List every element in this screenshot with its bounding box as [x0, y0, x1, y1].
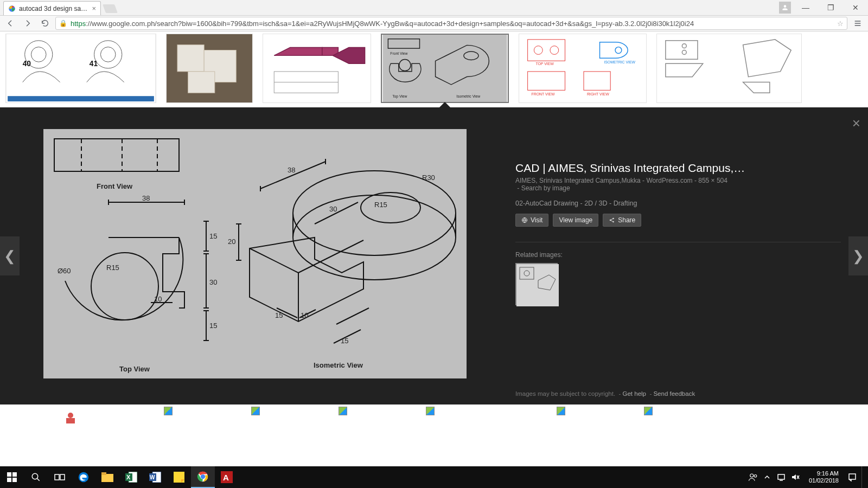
svg-text:Isometric View: Isometric View — [456, 94, 480, 98]
related-images-label: Related images: — [515, 251, 841, 259]
svg-rect-77 — [60, 474, 65, 480]
cortana-search-icon[interactable] — [24, 466, 48, 488]
search-by-image-link[interactable]: Search by image — [521, 184, 570, 192]
nav-reload-button[interactable] — [38, 16, 52, 30]
result-thumb[interactable] — [250, 406, 312, 423]
url-scheme: https — [71, 20, 86, 28]
svg-text:ISOMETRIC VIEW: ISOMETRIC VIEW — [604, 60, 635, 64]
share-button[interactable]: Share — [603, 214, 641, 227]
dim-r30: R30 — [422, 174, 435, 182]
dim-15: 15 — [209, 232, 217, 240]
image-description: 02-AutoCad Drawing - 2D / 3D - Drafting — [515, 200, 841, 207]
result-thumb[interactable] — [166, 34, 253, 103]
image-viewer-panel: ❮ ❯ × — [0, 107, 868, 404]
url-rest: ://www.google.com.ph/search?biw=1600&bih… — [86, 20, 694, 28]
dim-15: 15 — [209, 322, 217, 330]
chrome-menu-button[interactable] — [851, 16, 865, 30]
lock-icon: 🔒 — [59, 20, 67, 27]
image-source[interactable]: AIMES, Srinivas Integrated Campus,Mukka … — [515, 177, 693, 184]
svg-rect-12 — [188, 72, 215, 93]
svg-line-75 — [37, 478, 40, 481]
window-close-button[interactable]: ✕ — [843, 0, 868, 15]
result-thumb[interactable] — [163, 406, 225, 423]
taskbar-clock[interactable]: 9:16 AM 01/02/2018 — [805, 470, 843, 484]
url-input[interactable]: 🔒 https://www.google.com.ph/search?biw=1… — [55, 17, 847, 30]
dim-15iso2: 15 — [341, 337, 348, 345]
svg-rect-69 — [66, 418, 75, 423]
result-thumb[interactable] — [337, 406, 400, 423]
related-thumb[interactable] — [515, 263, 558, 305]
bookmark-star-icon[interactable]: ☆ — [837, 20, 844, 28]
svg-text:TOP VIEW: TOP VIEW — [535, 62, 554, 66]
main-image[interactable]: Front View Top View Isometric View 38 15… — [43, 129, 467, 378]
nav-forward-button[interactable] — [21, 16, 35, 30]
windows-taskbar: X W A 9:16 AM 01/02/2018 — [0, 466, 868, 488]
view-image-button[interactable]: View image — [553, 214, 598, 227]
dim-phi60: Ø60 — [58, 267, 71, 275]
volume-tray-icon[interactable] — [790, 472, 800, 482]
start-button[interactable] — [0, 466, 24, 488]
nav-back-button[interactable] — [3, 16, 17, 30]
show-desktop-button[interactable] — [861, 466, 865, 488]
svg-rect-8 — [8, 96, 154, 101]
autocad-icon[interactable]: A — [215, 466, 239, 488]
svg-text:A: A — [223, 473, 229, 482]
svg-point-93 — [754, 475, 757, 478]
dim-20: 20 — [228, 237, 235, 246]
visit-button[interactable]: Visit — [515, 214, 548, 227]
get-help-link[interactable]: Get help — [623, 390, 646, 397]
sticky-notes-icon[interactable] — [167, 466, 191, 488]
profile-avatar-icon[interactable] — [779, 2, 791, 14]
svg-text:FRONT VIEW: FRONT VIEW — [532, 92, 556, 96]
svg-rect-34 — [658, 34, 801, 102]
dim-30iso: 30 — [329, 205, 337, 213]
label-iso-view: Isometric View — [314, 361, 363, 369]
svg-rect-79 — [101, 474, 113, 482]
notifications-tray-icon[interactable] — [847, 472, 857, 482]
svg-rect-73 — [12, 478, 17, 482]
dim-10: 10 — [154, 295, 162, 303]
new-tab-button[interactable] — [103, 4, 118, 13]
secondary-results-strip — [0, 404, 868, 424]
chrome-taskbar-icon[interactable] — [191, 466, 215, 488]
result-thumb[interactable] — [643, 406, 705, 423]
send-feedback-link[interactable]: Send feedback — [653, 390, 695, 397]
word-icon[interactable]: W — [143, 466, 167, 488]
result-thumb[interactable]: TOP VIEWFRONT VIEWRIGHT VIEWISOMETRIC VI… — [519, 34, 647, 103]
image-dimensions: 855 × 504 — [698, 177, 727, 184]
result-thumb[interactable]: 4041 — [5, 34, 156, 103]
edge-icon[interactable] — [72, 466, 95, 488]
dim-r15: R15 — [106, 264, 119, 272]
image-metadata: CAD | AIMES, Srinivas Integrated Campus,… — [515, 162, 841, 305]
window-minimize-button[interactable]: — — [793, 0, 818, 15]
svg-rect-71 — [12, 472, 17, 477]
svg-rect-98 — [849, 474, 856, 479]
svg-text:Top View: Top View — [392, 94, 407, 99]
image-title[interactable]: CAD | AIMES, Srinivas Integrated Campus,… — [515, 162, 841, 175]
file-explorer-icon[interactable] — [95, 466, 119, 488]
result-thumb[interactable] — [656, 34, 802, 103]
result-thumb[interactable] — [263, 34, 371, 103]
next-image-button[interactable]: ❯ — [848, 236, 868, 275]
result-thumb[interactable] — [556, 406, 618, 423]
window-maximize-button[interactable]: ❐ — [818, 0, 843, 15]
close-viewer-button[interactable]: × — [852, 115, 860, 132]
dim-38: 38 — [142, 194, 150, 202]
tray-chevron-icon[interactable] — [762, 472, 772, 482]
people-tray-icon[interactable] — [748, 472, 758, 482]
network-tray-icon[interactable] — [776, 472, 786, 482]
browser-tab[interactable]: autocad 3d design samples × — [3, 1, 101, 15]
result-thumb[interactable] — [425, 406, 531, 423]
task-view-icon[interactable] — [48, 466, 72, 488]
svg-rect-72 — [7, 478, 11, 482]
svg-point-68 — [68, 413, 73, 418]
tab-close-icon[interactable]: × — [92, 4, 96, 12]
dim-30: 30 — [209, 278, 217, 286]
excel-icon[interactable]: X — [119, 466, 143, 488]
page-decor-icon — [60, 412, 81, 424]
dim-10iso: 10 — [301, 311, 308, 319]
result-thumb-selected[interactable]: Front ViewTop ViewIsometric View — [381, 34, 509, 103]
prev-image-button[interactable]: ❮ — [0, 236, 20, 275]
svg-rect-76 — [55, 474, 59, 480]
svg-text:W: W — [150, 474, 155, 480]
